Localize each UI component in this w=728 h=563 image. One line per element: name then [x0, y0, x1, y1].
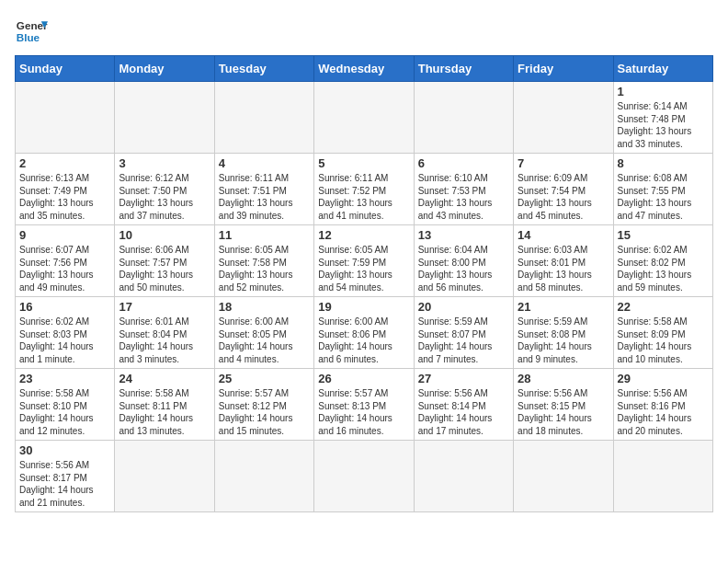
week-row-6: 30Sunrise: 5:56 AM Sunset: 8:17 PM Dayli… [16, 441, 713, 512]
day-info: Sunrise: 6:05 AM Sunset: 7:59 PM Dayligh… [318, 244, 409, 293]
day-number: 26 [318, 372, 409, 385]
calendar-cell: 12Sunrise: 6:05 AM Sunset: 7:59 PM Dayli… [314, 225, 414, 297]
week-row-1: 1Sunrise: 6:14 AM Sunset: 7:48 PM Daylig… [16, 82, 713, 154]
calendar-cell: 6Sunrise: 6:10 AM Sunset: 7:53 PM Daylig… [414, 154, 513, 225]
day-info: Sunrise: 6:07 AM Sunset: 7:56 PM Dayligh… [19, 244, 110, 293]
calendar-cell: 1Sunrise: 6:14 AM Sunset: 7:48 PM Daylig… [613, 82, 712, 154]
calendar-cell: 21Sunrise: 5:59 AM Sunset: 8:08 PM Dayli… [514, 297, 613, 369]
day-number: 9 [19, 228, 110, 242]
day-number: 22 [618, 300, 709, 314]
calendar-cell [214, 441, 313, 512]
day-number: 25 [219, 372, 310, 385]
day-number: 2 [19, 156, 110, 170]
day-header-tuesday: Tuesday [214, 56, 313, 82]
day-info: Sunrise: 6:02 AM Sunset: 8:03 PM Dayligh… [19, 316, 110, 365]
calendar-cell: 18Sunrise: 6:00 AM Sunset: 8:05 PM Dayli… [214, 297, 313, 369]
day-number: 18 [219, 300, 310, 314]
calendar-cell: 25Sunrise: 5:57 AM Sunset: 8:12 PM Dayli… [214, 369, 313, 441]
day-info: Sunrise: 6:14 AM Sunset: 7:48 PM Dayligh… [618, 100, 709, 150]
day-info: Sunrise: 6:11 AM Sunset: 7:52 PM Dayligh… [318, 172, 409, 222]
day-info: Sunrise: 6:13 AM Sunset: 7:49 PM Dayligh… [19, 172, 110, 222]
calendar-table: SundayMondayTuesdayWednesdayThursdayFrid… [15, 55, 713, 512]
calendar-cell: 7Sunrise: 6:09 AM Sunset: 7:54 PM Daylig… [514, 154, 613, 225]
day-number: 21 [518, 300, 609, 314]
calendar-cell [214, 82, 313, 154]
day-info: Sunrise: 5:58 AM Sunset: 8:10 PM Dayligh… [19, 387, 110, 437]
calendar-cell: 20Sunrise: 5:59 AM Sunset: 8:07 PM Dayli… [414, 297, 513, 369]
day-number: 27 [418, 372, 509, 385]
day-number: 24 [119, 372, 210, 385]
day-info: Sunrise: 6:04 AM Sunset: 8:00 PM Dayligh… [418, 244, 509, 293]
logo-icon: General Blue [15, 15, 48, 48]
logo: General Blue [15, 15, 48, 48]
day-header-friday: Friday [514, 56, 613, 82]
day-number: 19 [318, 300, 409, 314]
week-row-4: 16Sunrise: 6:02 AM Sunset: 8:03 PM Dayli… [16, 297, 713, 369]
day-info: Sunrise: 6:08 AM Sunset: 7:55 PM Dayligh… [618, 172, 709, 222]
day-info: Sunrise: 5:58 AM Sunset: 8:09 PM Dayligh… [618, 316, 709, 365]
calendar-cell [314, 441, 414, 512]
svg-text:Blue: Blue [17, 31, 40, 43]
day-info: Sunrise: 6:12 AM Sunset: 7:50 PM Dayligh… [119, 172, 210, 222]
calendar-cell: 11Sunrise: 6:05 AM Sunset: 7:58 PM Dayli… [214, 225, 313, 297]
calendar-cell: 30Sunrise: 5:56 AM Sunset: 8:17 PM Dayli… [16, 441, 115, 512]
day-info: Sunrise: 5:56 AM Sunset: 8:14 PM Dayligh… [418, 387, 509, 437]
day-number: 1 [618, 85, 709, 98]
day-info: Sunrise: 6:01 AM Sunset: 8:04 PM Dayligh… [119, 316, 210, 365]
day-number: 15 [618, 228, 709, 242]
calendar-cell [314, 82, 414, 154]
calendar-cell: 13Sunrise: 6:04 AM Sunset: 8:00 PM Dayli… [414, 225, 513, 297]
day-header-monday: Monday [115, 56, 214, 82]
calendar-cell: 10Sunrise: 6:06 AM Sunset: 7:57 PM Dayli… [115, 225, 214, 297]
day-info: Sunrise: 5:57 AM Sunset: 8:13 PM Dayligh… [318, 387, 409, 437]
day-header-thursday: Thursday [414, 56, 513, 82]
calendar-cell: 22Sunrise: 5:58 AM Sunset: 8:09 PM Dayli… [613, 297, 712, 369]
day-info: Sunrise: 6:05 AM Sunset: 7:58 PM Dayligh… [219, 244, 310, 293]
calendar-cell: 19Sunrise: 6:00 AM Sunset: 8:06 PM Dayli… [314, 297, 414, 369]
day-info: Sunrise: 5:59 AM Sunset: 8:08 PM Dayligh… [518, 316, 609, 365]
day-header-wednesday: Wednesday [314, 56, 414, 82]
day-number: 23 [19, 372, 110, 385]
day-info: Sunrise: 6:06 AM Sunset: 7:57 PM Dayligh… [119, 244, 210, 293]
day-info: Sunrise: 5:58 AM Sunset: 8:11 PM Dayligh… [119, 387, 210, 437]
calendar-cell: 29Sunrise: 5:56 AM Sunset: 8:16 PM Dayli… [613, 369, 712, 441]
day-number: 6 [418, 156, 509, 170]
day-info: Sunrise: 6:10 AM Sunset: 7:53 PM Dayligh… [418, 172, 509, 222]
calendar-cell [115, 441, 214, 512]
calendar-cell: 14Sunrise: 6:03 AM Sunset: 8:01 PM Dayli… [514, 225, 613, 297]
calendar-cell [414, 82, 513, 154]
day-number: 20 [418, 300, 509, 314]
day-info: Sunrise: 5:56 AM Sunset: 8:15 PM Dayligh… [518, 387, 609, 437]
day-number: 14 [518, 228, 609, 242]
calendar-cell [16, 82, 115, 154]
calendar-cell: 28Sunrise: 5:56 AM Sunset: 8:15 PM Dayli… [514, 369, 613, 441]
calendar-cell: 9Sunrise: 6:07 AM Sunset: 7:56 PM Daylig… [16, 225, 115, 297]
calendar-cell: 24Sunrise: 5:58 AM Sunset: 8:11 PM Dayli… [115, 369, 214, 441]
calendar-cell: 8Sunrise: 6:08 AM Sunset: 7:55 PM Daylig… [613, 154, 712, 225]
day-number: 16 [19, 300, 110, 314]
calendar-cell [613, 441, 712, 512]
day-number: 11 [219, 228, 310, 242]
calendar-cell: 27Sunrise: 5:56 AM Sunset: 8:14 PM Dayli… [414, 369, 513, 441]
calendar-cell: 3Sunrise: 6:12 AM Sunset: 7:50 PM Daylig… [115, 154, 214, 225]
calendar-cell: 5Sunrise: 6:11 AM Sunset: 7:52 PM Daylig… [314, 154, 414, 225]
day-info: Sunrise: 5:56 AM Sunset: 8:17 PM Dayligh… [19, 459, 110, 509]
day-number: 28 [518, 372, 609, 385]
day-number: 13 [418, 228, 509, 242]
calendar-cell [414, 441, 513, 512]
header: General Blue [15, 15, 713, 48]
week-row-3: 9Sunrise: 6:07 AM Sunset: 7:56 PM Daylig… [16, 225, 713, 297]
calendar-cell: 2Sunrise: 6:13 AM Sunset: 7:49 PM Daylig… [16, 154, 115, 225]
svg-text:General: General [17, 19, 48, 31]
day-info: Sunrise: 6:00 AM Sunset: 8:05 PM Dayligh… [219, 316, 310, 365]
day-info: Sunrise: 6:00 AM Sunset: 8:06 PM Dayligh… [318, 316, 409, 365]
day-header-saturday: Saturday [613, 56, 712, 82]
day-info: Sunrise: 6:03 AM Sunset: 8:01 PM Dayligh… [518, 244, 609, 293]
day-info: Sunrise: 6:09 AM Sunset: 7:54 PM Dayligh… [518, 172, 609, 222]
calendar-cell: 23Sunrise: 5:58 AM Sunset: 8:10 PM Dayli… [16, 369, 115, 441]
day-info: Sunrise: 5:56 AM Sunset: 8:16 PM Dayligh… [618, 387, 709, 437]
calendar-cell: 4Sunrise: 6:11 AM Sunset: 7:51 PM Daylig… [214, 154, 313, 225]
calendar-cell: 26Sunrise: 5:57 AM Sunset: 8:13 PM Dayli… [314, 369, 414, 441]
day-number: 4 [219, 156, 310, 170]
day-number: 12 [318, 228, 409, 242]
